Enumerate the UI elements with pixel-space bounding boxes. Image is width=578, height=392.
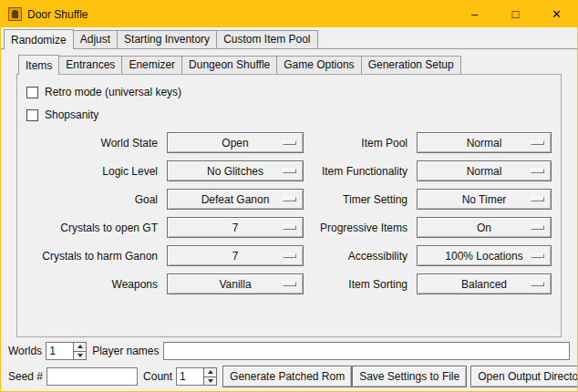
goal-label: Goal (25, 193, 161, 206)
item-functionality-label: Item Functionality (309, 165, 411, 178)
dropdown-value: 100% Locations (445, 250, 522, 263)
accessibility-label: Accessibility (309, 250, 411, 263)
dropdown-value: Normal (467, 165, 502, 178)
tab-starting-inventory[interactable]: Starting Inventory (117, 30, 217, 48)
dropdown-value: 7 (232, 222, 239, 234)
randomize-tab-panel: Items Entrances Enemizer Dungeon Shuffle… (1, 48, 577, 337)
generate-patched-rom-button[interactable]: Generate Patched Rom (222, 366, 352, 387)
worlds-label: Worlds (8, 345, 42, 357)
tab-adjust[interactable]: Adjust (73, 30, 118, 48)
logic-level-label: Logic Level (25, 165, 161, 178)
close-button[interactable]: ✕ (536, 1, 577, 27)
settings-form: World State Open Item Pool Normal Logic … (25, 132, 553, 294)
maximize-icon: □ (512, 7, 520, 21)
count-input[interactable] (176, 367, 203, 386)
window: Door Shuffle – □ ✕ Randomize Adjust Star… (0, 0, 578, 392)
secondary-tab-bar: Items Entrances Enemizer Dungeon Shuffle… (16, 54, 562, 74)
tab-custom-item-pool[interactable]: Custom Item Pool (216, 30, 317, 48)
bottom-bar: Worlds Player names Seed # Count (1, 337, 577, 387)
dropdown-value: 7 (232, 250, 239, 263)
spin-up-button[interactable] (73, 342, 87, 352)
checkbox-label: Retro mode (universal keys) (45, 86, 181, 98)
logic-level-dropdown[interactable]: No Glitches (167, 160, 304, 181)
count-spinbox (176, 367, 217, 386)
checkbox-icon[interactable] (26, 109, 38, 121)
player-names-label: Player names (92, 345, 159, 357)
crystals-open-gt-dropdown[interactable]: 7 (167, 217, 304, 238)
worlds-input[interactable] (46, 342, 73, 360)
worlds-spinbox (46, 342, 87, 360)
dropdown-indicator-icon (531, 282, 544, 286)
save-settings-button[interactable]: Save Settings to File (352, 366, 467, 387)
dropdown-value: Vanilla (219, 278, 251, 291)
minimize-button[interactable]: – (454, 1, 495, 27)
dropdown-indicator-icon (283, 253, 296, 258)
progressive-items-label: Progressive Items (309, 222, 411, 234)
progressive-items-dropdown[interactable]: On (417, 217, 552, 238)
dropdown-indicator-icon (531, 169, 544, 173)
spin-up-button[interactable] (203, 367, 217, 377)
crystals-harm-ganon-dropdown[interactable]: 7 (167, 245, 304, 266)
dropdown-indicator-icon (531, 140, 544, 145)
checkbox-retro-mode[interactable]: Retro mode (universal keys) (26, 82, 553, 102)
item-functionality-dropdown[interactable]: Normal (417, 160, 552, 181)
dropdown-value: No Glitches (207, 165, 263, 178)
spin-down-icon (208, 379, 213, 383)
dropdown-indicator-icon (283, 140, 296, 145)
open-output-directory-button[interactable]: Open Output Directory (470, 366, 578, 387)
seed-input[interactable] (46, 367, 138, 386)
seed-label: Seed # (8, 370, 43, 383)
dropdown-indicator-icon (283, 169, 296, 173)
spin-down-button[interactable] (73, 352, 87, 361)
count-label: Count (143, 370, 172, 383)
spin-down-icon (77, 354, 83, 357)
dropdown-indicator-icon (283, 282, 296, 286)
checkbox-label: Shopsanity (45, 108, 98, 121)
checkbox-shopsanity[interactable]: Shopsanity (26, 105, 553, 125)
world-state-label: World State (25, 137, 161, 150)
item-pool-label: Item Pool (309, 137, 411, 150)
world-state-dropdown[interactable]: Open (167, 132, 304, 153)
timer-setting-label: Timer Setting (309, 193, 411, 206)
dropdown-value: On (477, 222, 491, 234)
close-icon: ✕ (552, 7, 562, 21)
crystals-harm-ganon-label: Crystals to harm Ganon (25, 250, 161, 263)
goal-dropdown[interactable]: Defeat Ganon (167, 189, 304, 210)
dropdown-indicator-icon (283, 225, 296, 230)
dropdown-indicator-icon (531, 225, 544, 230)
item-pool-dropdown[interactable]: Normal (417, 132, 552, 153)
dropdown-value: No Timer (462, 193, 507, 206)
player-names-input[interactable] (163, 342, 571, 360)
item-sorting-label: Item Sorting (309, 278, 411, 291)
window-title: Door Shuffle (27, 8, 88, 21)
tab-game-options[interactable]: Game Options (276, 56, 361, 74)
crystals-open-gt-label: Crystals to open GT (25, 222, 161, 234)
dropdown-value: Defeat Ganon (201, 193, 270, 206)
window-controls: – □ ✕ (454, 1, 577, 27)
count-spin-arrows (203, 367, 217, 386)
app-icon (8, 7, 22, 21)
timer-setting-dropdown[interactable]: No Timer (417, 189, 552, 210)
spin-up-icon (208, 370, 213, 374)
tab-randomize[interactable]: Randomize (4, 29, 74, 49)
titlebar: Door Shuffle – □ ✕ (1, 1, 577, 27)
dropdown-value: Open (222, 137, 248, 150)
item-sorting-dropdown[interactable]: Balanced (417, 273, 552, 294)
spin-up-icon (77, 345, 83, 348)
checkbox-icon[interactable] (26, 87, 38, 98)
dropdown-indicator-icon (531, 197, 544, 201)
maximize-button[interactable]: □ (495, 1, 536, 27)
accessibility-dropdown[interactable]: 100% Locations (417, 245, 552, 266)
dropdown-indicator-icon (283, 197, 296, 201)
tab-generation-setup[interactable]: Generation Setup (361, 56, 461, 74)
primary-tab-bar: Randomize Adjust Starting Inventory Cust… (1, 27, 577, 48)
weapons-dropdown[interactable]: Vanilla (167, 273, 304, 294)
dropdown-indicator-icon (531, 253, 544, 258)
worlds-spin-arrows (73, 342, 87, 360)
spin-down-button[interactable] (203, 377, 217, 387)
minimize-icon: – (471, 7, 478, 21)
tab-items[interactable]: Items (18, 55, 59, 75)
tab-entrances[interactable]: Entrances (58, 56, 122, 74)
tab-dungeon-shuffle[interactable]: Dungeon Shuffle (181, 56, 277, 74)
tab-enemizer[interactable]: Enemizer (121, 56, 182, 74)
